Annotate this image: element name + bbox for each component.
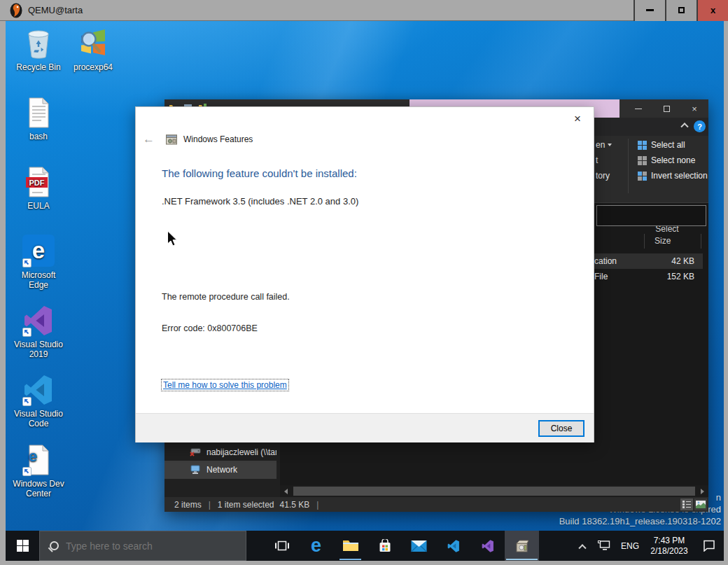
- help-button[interactable]: ?: [694, 120, 706, 132]
- shortcut-arrow-icon: [22, 467, 31, 476]
- desktop-icon-bash[interactable]: bash: [11, 96, 66, 141]
- task-view-button[interactable]: [265, 531, 299, 561]
- taskbar-vscode-button[interactable]: [436, 531, 470, 561]
- clock[interactable]: 7:43 PM 2/18/2023: [644, 531, 694, 561]
- minimize-icon: [635, 109, 642, 109]
- select-all-button[interactable]: Select all: [638, 140, 685, 150]
- desktop-icon-microsoft-edge[interactable]: e Microsoft Edge: [11, 234, 66, 290]
- select-all-label: Select all: [651, 140, 685, 150]
- file-type-fragment: cation: [594, 256, 617, 266]
- invert-selection-button[interactable]: Invert selection: [638, 171, 708, 181]
- maximize-icon: [664, 106, 670, 112]
- explorer-search-input[interactable]: [596, 205, 706, 226]
- taskbar-visual-studio-button[interactable]: [470, 531, 505, 561]
- dialog-close-button[interactable]: ×: [570, 111, 585, 127]
- column-divider[interactable]: [701, 234, 701, 249]
- horizontal-scrollbar[interactable]: [280, 485, 708, 497]
- network-icon: [190, 465, 201, 475]
- ethernet-icon: [598, 540, 610, 551]
- dialog-footer: Close: [136, 413, 594, 442]
- qemu-maximize-button[interactable]: [665, 0, 696, 21]
- scrollbar-thumb[interactable]: [293, 487, 695, 496]
- desktop[interactable]: n Windows License is expired Build 18362…: [6, 21, 724, 561]
- file-type-fragment: File: [594, 272, 608, 281]
- disconnected-drive-icon: [190, 447, 201, 457]
- ribbon-edit-button[interactable]: t: [596, 155, 598, 165]
- thumbnail-view-icon: [696, 501, 706, 508]
- desktop-icon-label: bash: [11, 132, 66, 141]
- action-center-button[interactable]: [694, 531, 724, 561]
- edge-icon: e: [311, 535, 321, 557]
- tray-date: 2/18/2023: [650, 546, 687, 557]
- taskbar-edge-button[interactable]: e: [299, 531, 333, 561]
- search-input[interactable]: [66, 540, 220, 552]
- windows-logo-icon: [17, 540, 29, 552]
- open-app-indicator: [340, 559, 361, 560]
- chevron-up-icon: [680, 123, 688, 130]
- desktop-icon-label: procexp64: [66, 62, 120, 72]
- ribbon-open-button[interactable]: en: [596, 140, 612, 150]
- desktop-icon-visual-studio-code[interactable]: Visual Studio Code: [11, 373, 66, 428]
- pdf-label: PDF: [29, 179, 45, 187]
- back-arrow-icon[interactable]: ←: [143, 132, 155, 146]
- qemu-minimize-button[interactable]: [634, 0, 665, 21]
- desktop-icon-label: Windows Dev Center: [11, 479, 66, 498]
- show-hidden-icons-button[interactable]: [573, 531, 592, 561]
- explorer-minimize-button[interactable]: [624, 99, 652, 118]
- scroll-left-arrow[interactable]: [280, 485, 292, 497]
- select-none-button[interactable]: Select none: [638, 155, 695, 165]
- large-icons-view-button[interactable]: [694, 498, 707, 510]
- sidebar-item-network[interactable]: Network: [164, 461, 276, 479]
- status-separator: |: [209, 500, 211, 510]
- text-document-icon: [22, 96, 55, 130]
- arrow-right-icon: [701, 489, 704, 494]
- desktop-icon-eula[interactable]: PDF EULA: [11, 165, 66, 211]
- desktop-icon-recycle-bin[interactable]: Recycle Bin: [11, 27, 66, 72]
- qemu-titlebar[interactable]: QEMU@tarta x: [0, 0, 728, 21]
- taskbar-mail-button[interactable]: [402, 531, 436, 561]
- file-size: 152 KB: [667, 272, 694, 281]
- shortcut-arrow-icon: [22, 397, 31, 406]
- select-all-icon: [638, 141, 647, 150]
- taskbar-windows-features-button[interactable]: [505, 531, 539, 561]
- scroll-right-arrow[interactable]: [696, 485, 708, 497]
- ribbon-history-button[interactable]: tory: [596, 171, 610, 181]
- store-icon: [378, 539, 392, 553]
- windows-features-dialog: × ← Windows Features The following featu…: [135, 106, 594, 442]
- pdf-document-icon: PDF: [22, 165, 55, 199]
- visual-studio-icon: [481, 539, 495, 553]
- mouse-cursor: [167, 230, 178, 247]
- taskbar-store-button[interactable]: [368, 531, 402, 561]
- minimize-icon: [646, 9, 654, 11]
- close-icon: ×: [692, 104, 697, 114]
- qemu-window-title: QEMU@tarta: [28, 5, 83, 15]
- sidebar-item-label: nabijaczleweli (\\tar: [206, 447, 276, 457]
- sidebar-item-network-drive[interactable]: nabijaczleweli (\\tar: [164, 444, 276, 461]
- dialog-title: Windows Features: [183, 134, 253, 144]
- desktop-icon-label: EULA: [11, 201, 66, 211]
- maximize-icon: [678, 7, 685, 13]
- column-divider[interactable]: [644, 234, 645, 249]
- start-button[interactable]: [6, 531, 39, 561]
- explorer-maximize-button[interactable]: [652, 99, 680, 118]
- qemu-close-button[interactable]: x: [696, 0, 728, 21]
- desktop-icon-procexp64[interactable]: procexp64: [66, 27, 120, 72]
- language-indicator[interactable]: ENG: [616, 531, 644, 561]
- desktop-icon-visual-studio-2019[interactable]: Visual Studio 2019: [11, 304, 66, 359]
- solve-problem-link[interactable]: Tell me how to solve this problem: [161, 379, 289, 391]
- selection-count: 1 item selected: [218, 500, 274, 510]
- select-none-icon: [638, 156, 647, 165]
- chevron-down-icon: [608, 144, 612, 146]
- edge-glyph: e: [29, 452, 37, 461]
- taskbar-explorer-button[interactable]: [333, 531, 368, 561]
- ribbon-collapse-button[interactable]: [682, 122, 690, 130]
- network-tray-button[interactable]: [592, 531, 616, 561]
- close-button[interactable]: Close: [538, 420, 584, 437]
- desktop-icon-windows-dev-center[interactable]: e Windows Dev Center: [11, 443, 66, 498]
- size-column-header[interactable]: Size: [654, 236, 671, 246]
- details-view-button[interactable]: [680, 498, 693, 510]
- sidebar-item-label: Network: [206, 465, 237, 475]
- taskbar-search-box[interactable]: [39, 531, 246, 561]
- status-separator: |: [316, 500, 318, 510]
- explorer-close-button[interactable]: ×: [680, 99, 708, 118]
